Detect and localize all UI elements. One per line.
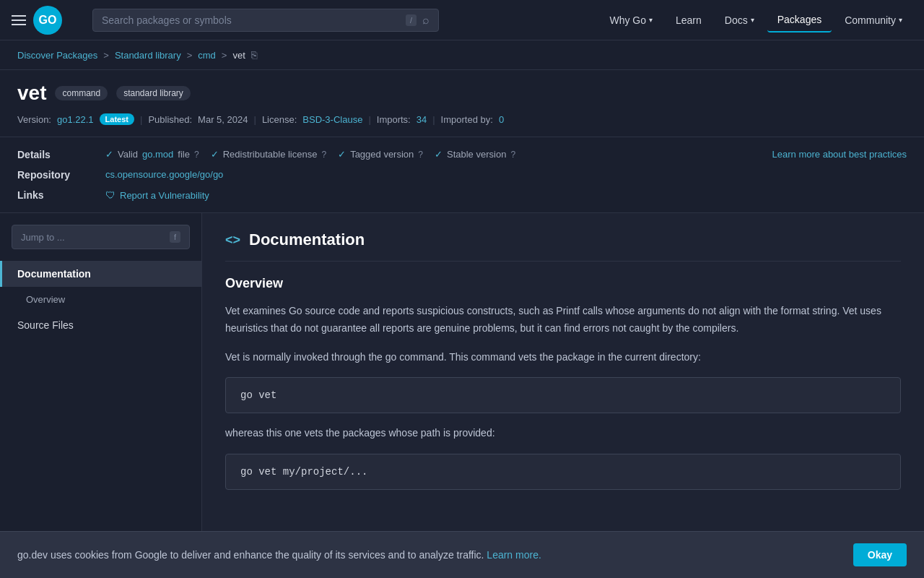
shield-icon: 🛡 bbox=[105, 189, 116, 201]
imported-by-count[interactable]: 0 bbox=[499, 114, 504, 125]
details-label: Details bbox=[17, 149, 82, 160]
breadcrumb-sep-3: > bbox=[222, 50, 227, 61]
check-icon-4: ✓ bbox=[435, 149, 443, 160]
repo-label: Repository bbox=[17, 169, 82, 181]
package-title-row: vet command standard library bbox=[17, 82, 907, 105]
details-row-checks: Details ✓ Valid go.mod file ? ✓ Redistri… bbox=[17, 149, 907, 160]
package-name: vet bbox=[17, 82, 46, 105]
check-icon-2: ✓ bbox=[211, 149, 219, 160]
badge-stdlib: standard library bbox=[116, 86, 191, 100]
check-redistributable: ✓ Redistributable license ? bbox=[211, 149, 326, 160]
check-redist-label: Redistributable license bbox=[223, 149, 318, 160]
nav-why-go[interactable]: Why Go ▾ bbox=[599, 9, 663, 32]
hamburger-menu[interactable] bbox=[12, 15, 26, 25]
sidebar-section-doc: Documentation Overview bbox=[0, 261, 201, 312]
main-layout: f Documentation Overview Source Files <>… bbox=[0, 213, 924, 566]
help-icon-2[interactable]: ? bbox=[321, 150, 326, 160]
paragraph-between-code: whereas this one vets the packages whose… bbox=[225, 425, 901, 442]
help-icon-4[interactable]: ? bbox=[510, 150, 515, 160]
check-tagged-label: Tagged version bbox=[350, 149, 414, 160]
check-stable: ✓ Stable version ? bbox=[435, 149, 515, 160]
details-row-repo: Repository cs.opensource.google/go/go bbox=[17, 169, 907, 181]
check-icon-3: ✓ bbox=[338, 149, 346, 160]
breadcrumb-current: vet bbox=[232, 50, 245, 61]
check-icon-1: ✓ bbox=[105, 149, 113, 160]
breadcrumb-cmd[interactable]: cmd bbox=[198, 50, 216, 61]
nav-learn[interactable]: Learn bbox=[666, 9, 712, 32]
search-shortcut: / bbox=[406, 14, 417, 26]
check-stable-label: Stable version bbox=[447, 149, 506, 160]
imports-count[interactable]: 34 bbox=[417, 114, 427, 125]
breadcrumb: Discover Packages > Standard library > c… bbox=[0, 40, 924, 70]
links-label: Links bbox=[17, 189, 82, 201]
license-link[interactable]: BSD-3-Clause bbox=[302, 114, 362, 125]
header: GO / ⌕ Why Go ▾ Learn Docs ▾ Packages Co… bbox=[0, 0, 924, 40]
chevron-down-icon: ▾ bbox=[751, 16, 754, 24]
license-label: License: bbox=[262, 114, 297, 125]
sidebar-item-documentation[interactable]: Documentation bbox=[0, 261, 201, 287]
imported-by-label: Imported by: bbox=[441, 114, 493, 125]
breadcrumb-discover[interactable]: Discover Packages bbox=[17, 50, 97, 61]
chevron-down-icon: ▾ bbox=[899, 16, 902, 24]
learn-more-link[interactable]: Learn more about best practices bbox=[772, 149, 907, 160]
badge-command: command bbox=[55, 86, 108, 100]
help-icon-3[interactable]: ? bbox=[418, 150, 423, 160]
check-valid-gomod: ✓ Valid go.mod file ? bbox=[105, 149, 199, 160]
cookie-okay-button[interactable]: Okay bbox=[853, 543, 907, 566]
details-section: Details ✓ Valid go.mod file ? ✓ Redistri… bbox=[0, 137, 924, 213]
sidebar: f Documentation Overview Source Files bbox=[0, 213, 202, 566]
nav-community[interactable]: Community ▾ bbox=[834, 9, 912, 32]
package-meta: Version: go1.22.1 Latest | Published: Ma… bbox=[17, 113, 907, 125]
search-input[interactable] bbox=[102, 14, 400, 26]
links-content: 🛡 Report a Vulnerability bbox=[105, 189, 209, 201]
breadcrumb-stdlib[interactable]: Standard library bbox=[115, 50, 181, 61]
search-button[interactable]: ⌕ bbox=[422, 14, 430, 27]
go-logo: GO bbox=[33, 6, 62, 35]
learn-more-cookies-link[interactable]: Learn more. bbox=[487, 549, 541, 561]
overview-paragraph-1: Vet examines Go source code and reports … bbox=[225, 303, 901, 337]
code-brackets-icon: <> bbox=[225, 233, 240, 248]
published-date: Mar 5, 2024 bbox=[198, 114, 248, 125]
chevron-down-icon: ▾ bbox=[649, 16, 653, 24]
nav-packages[interactable]: Packages bbox=[767, 8, 832, 33]
code-block-2: go vet my/project/... bbox=[225, 454, 901, 490]
cookie-text: go.dev uses cookies from Google to deliv… bbox=[17, 549, 845, 561]
documentation-content: <> Documentation Overview Vet examines G… bbox=[202, 213, 924, 566]
doc-header: <> Documentation bbox=[225, 230, 901, 262]
version-label: Version: bbox=[17, 114, 51, 125]
search-bar: / ⌕ bbox=[92, 9, 439, 32]
repo-link[interactable]: cs.opensource.google/go/go bbox=[105, 169, 223, 180]
help-icon-1[interactable]: ? bbox=[194, 150, 199, 160]
check-tagged: ✓ Tagged version ? bbox=[338, 149, 423, 160]
main-nav: Why Go ▾ Learn Docs ▾ Packages Community… bbox=[599, 8, 912, 33]
code-block-1: go vet bbox=[225, 377, 901, 413]
jump-shortcut: f bbox=[170, 231, 180, 243]
package-header: vet command standard library Version: go… bbox=[0, 70, 924, 137]
sidebar-item-source-files[interactable]: Source Files bbox=[0, 312, 201, 338]
check-valid-label: Valid bbox=[118, 149, 138, 160]
details-content: ✓ Valid go.mod file ? ✓ Redistributable … bbox=[105, 149, 907, 160]
copy-path-icon[interactable]: ⎘ bbox=[251, 49, 257, 61]
overview-paragraph-2: Vet is normally invoked through the go c… bbox=[225, 349, 901, 366]
logo-area: GO bbox=[12, 6, 84, 35]
overview-title: Overview bbox=[225, 276, 901, 291]
latest-badge: Latest bbox=[100, 113, 134, 125]
gomod-link[interactable]: go.mod bbox=[142, 149, 173, 160]
doc-title: Documentation bbox=[249, 230, 365, 249]
details-row-links: Links 🛡 Report a Vulnerability bbox=[17, 189, 907, 201]
jump-to-input[interactable] bbox=[21, 232, 164, 243]
version-link[interactable]: go1.22.1 bbox=[57, 114, 94, 125]
report-vulnerability-link[interactable]: Report a Vulnerability bbox=[120, 190, 209, 201]
nav-docs[interactable]: Docs ▾ bbox=[715, 9, 764, 32]
jump-to-container: f bbox=[12, 225, 190, 249]
imports-label: Imports: bbox=[377, 114, 411, 125]
breadcrumb-sep-1: > bbox=[103, 50, 109, 61]
sidebar-item-overview[interactable]: Overview bbox=[0, 287, 201, 312]
cookie-banner: go.dev uses cookies from Google to deliv… bbox=[0, 531, 924, 566]
breadcrumb-sep-2: > bbox=[187, 50, 193, 61]
published-label: Published: bbox=[148, 114, 192, 125]
